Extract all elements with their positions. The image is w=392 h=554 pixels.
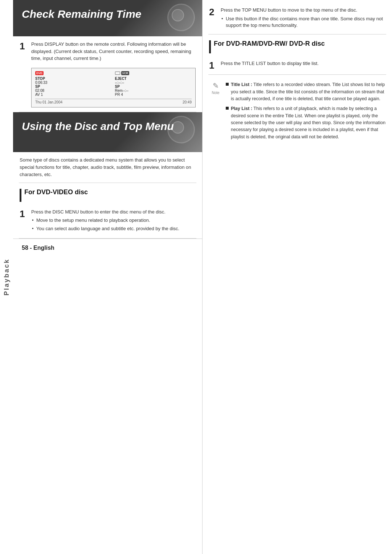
osd-counter: 0:06:33 bbox=[35, 81, 112, 85]
subsection-bar bbox=[20, 189, 21, 202]
osd-dvd-col: DVD STOP 0:06:33 SP 02:08 AV 1 bbox=[35, 71, 112, 97]
section1-title: Check Remaining Time bbox=[22, 8, 142, 20]
note-bullet2: Play List : This refers to a unit of pla… bbox=[226, 105, 385, 140]
left-column: Check Remaining Time 1 Press DISPLAY but… bbox=[13, 0, 203, 554]
dvd-step1-main: Press the DISC MENU button to enter the … bbox=[31, 209, 166, 215]
dvd-ram-step1-text: Press the TITLE LIST button to display t… bbox=[221, 60, 319, 67]
dvd-ram-step1-number: 1 bbox=[209, 61, 217, 70]
section2-header: Using the Disc and Top Menu bbox=[13, 112, 202, 152]
note-bullet1-title: Title List : bbox=[231, 82, 252, 87]
dvd-ram-subsection-header: For DVD-RAM/DVD-RW/ DVD-R disc bbox=[203, 34, 392, 56]
osd-inner: DVD STOP 0:06:33 SP 02:08 AV 1 VCR EJE bbox=[35, 71, 192, 97]
osd-date: Thu 01 Jan.2004 bbox=[35, 100, 62, 104]
two-column-layout: Check Remaining Time 1 Press DISPLAY but… bbox=[13, 0, 392, 554]
osd-pr: PR 4 bbox=[115, 93, 192, 97]
right-step2-bullets: Use this button if the disc contains mor… bbox=[221, 16, 385, 29]
osd-stop: STOP bbox=[35, 77, 112, 81]
section1-header: Check Remaining Time bbox=[13, 0, 202, 36]
note-icon-wrap: ✎ Note bbox=[209, 81, 222, 95]
right-step2: 2 Press the TOP MENU button to move to t… bbox=[203, 0, 392, 34]
dvd-video-subsection-header: For DVD-VIDEO disc bbox=[13, 183, 202, 204]
dvd-step1-text: Press the DISC MENU button to enter the … bbox=[31, 208, 179, 234]
note-bullet1: Title List : Title refers to a recorded … bbox=[226, 81, 385, 102]
dvd-ram-step1: 1 Press the TITLE LIST button to display… bbox=[203, 56, 392, 74]
section2-intro: Some type of discs contains a dedicated … bbox=[13, 152, 202, 183]
dvd-bullet2: You can select audio language and subtit… bbox=[31, 225, 179, 232]
right-step2-text: Press the TOP MENU button to move to the… bbox=[221, 7, 385, 30]
step1-number: 1 bbox=[20, 41, 28, 51]
dvd-ram-subsection-bar bbox=[209, 40, 211, 53]
osd-sp: SP bbox=[35, 85, 112, 89]
dvd-video-step1: 1 Press the DISC MENU button to enter th… bbox=[13, 204, 202, 238]
dvd-step1-number: 1 bbox=[20, 209, 28, 219]
note-label: Note bbox=[212, 91, 219, 95]
note-content: Title List : Title refers to a recorded … bbox=[226, 81, 385, 143]
dvd-icon: DVD bbox=[35, 71, 44, 75]
osd-av: AV 1 bbox=[35, 93, 112, 97]
step1-text: Press DISPLAY button on the remote contr… bbox=[31, 41, 196, 62]
note-bullet2-title: Play List : bbox=[231, 106, 252, 111]
osd-eject: EJECT bbox=[115, 77, 192, 81]
osd-sp2: SP bbox=[115, 85, 192, 89]
osd-dvd-header: DVD bbox=[35, 71, 112, 75]
osd-time: 02:08 bbox=[35, 89, 112, 93]
footer: 58 - English bbox=[13, 239, 202, 257]
note-box: ✎ Note Title List : Title refers to a re… bbox=[203, 77, 392, 148]
note-bullet1-text: Title List : Title refers to a recorded … bbox=[231, 81, 385, 102]
bullet-square-2 bbox=[226, 107, 229, 110]
note-pencil-icon: ✎ bbox=[213, 81, 219, 90]
note-bullet2-body: This refers to a unit of playback, which… bbox=[231, 106, 385, 139]
note-bullet1-body: Title refers to a recorded video stream.… bbox=[231, 82, 385, 101]
tape-icon bbox=[115, 72, 120, 75]
dvd-step1-bullets: Move to the setup menu related to playba… bbox=[31, 217, 179, 232]
note-bullet2-text: Play List : This refers to a unit of pla… bbox=[231, 105, 385, 140]
footer-text: 58 - English bbox=[22, 245, 54, 251]
dvd-video-title: For DVD-VIDEO disc bbox=[24, 188, 88, 196]
right-column: 2 Press the TOP MENU button to move to t… bbox=[203, 0, 392, 554]
osd-date-row: Thu 01 Jan.2004 20:49 bbox=[35, 99, 192, 104]
osd-rem: Rem--:-- bbox=[115, 89, 192, 93]
section1-step1: 1 Press DISPLAY button on the remote con… bbox=[13, 36, 202, 66]
playback-sidebar: Playback bbox=[0, 0, 13, 554]
osd-vcr-header: VCR bbox=[115, 71, 192, 75]
osd-vcr-col: VCR EJECT --:--:-- SP Rem--:-- PR 4 bbox=[115, 71, 192, 97]
right-step2-main: Press the TOP MENU button to move to the… bbox=[221, 7, 357, 13]
right-bullet1: Use this button if the disc contains mor… bbox=[221, 16, 385, 29]
main-content: Check Remaining Time 1 Press DISPLAY but… bbox=[13, 0, 392, 554]
right-divider2 bbox=[208, 74, 386, 75]
vcr-icon: VCR bbox=[121, 71, 130, 75]
sidebar-label: Playback bbox=[3, 258, 11, 296]
osd-display-box: DVD STOP 0:06:33 SP 02:08 AV 1 VCR EJE bbox=[31, 68, 196, 107]
right-step2-number: 2 bbox=[209, 7, 217, 17]
osd-time2: 20:49 bbox=[183, 100, 192, 104]
section2-title: Using the Disc and Top Menu bbox=[22, 120, 174, 132]
dvd-bullet1: Move to the setup menu related to playba… bbox=[31, 217, 179, 224]
osd-dashes1: --:--:-- bbox=[115, 81, 192, 85]
dvd-ram-title: For DVD-RAM/DVD-RW/ DVD-R disc bbox=[214, 40, 325, 48]
bullet-square-1 bbox=[226, 83, 229, 86]
